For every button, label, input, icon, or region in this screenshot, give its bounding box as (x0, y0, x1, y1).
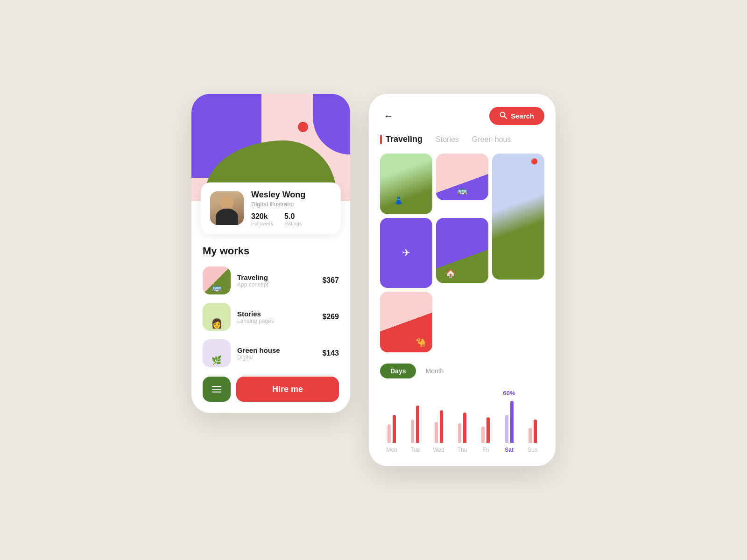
work-name-greenhouse: Green house (237, 346, 316, 354)
work-thumb-stories (203, 303, 231, 331)
chart-tab-days[interactable]: Days (380, 364, 416, 378)
right-header: ← Search (380, 107, 544, 125)
work-type-greenhouse: Digital (237, 354, 316, 361)
hamburger-icon (212, 386, 221, 392)
avatar (210, 191, 244, 225)
avatar-image (210, 191, 244, 225)
art-purple-right (313, 94, 350, 154)
thumb-art-traveling (203, 266, 231, 294)
profile-info: Wesley Wong Digital illustrator 320k Fol… (251, 190, 331, 226)
bar-pair-fri (481, 417, 490, 443)
right-phone: ← Search Traveling Stories Green hous (369, 94, 556, 466)
svg-line-1 (504, 117, 507, 119)
tab-indicator (380, 135, 382, 144)
bar-pair-sat (505, 401, 514, 443)
work-item-greenhouse[interactable]: Green house Digital $143 (203, 339, 339, 367)
bar-purple-light-sat (505, 415, 508, 443)
gallery-item-1[interactable] (380, 154, 432, 214)
followers-label: Followers (251, 221, 273, 226)
chart-tab-month[interactable]: Month (425, 367, 444, 375)
bar-pair-tue (411, 406, 419, 443)
work-item-traveling[interactable]: Traveling App concept $367 (203, 266, 339, 294)
bar-pink-mon (388, 424, 391, 443)
work-thumb-traveling (203, 266, 231, 294)
bar-purple-sat (510, 401, 514, 443)
gallery-item-6[interactable] (380, 292, 432, 352)
thumb-art-greenhouse (203, 339, 231, 367)
gallery-item-5[interactable] (436, 218, 488, 283)
work-price-traveling: $367 (322, 276, 339, 285)
bar-wed: Wed (430, 410, 448, 453)
hire-me-button[interactable]: Hire me (236, 377, 339, 402)
gallery-grid (380, 154, 544, 352)
work-name-traveling: Traveling (237, 273, 316, 281)
menu-button[interactable] (203, 377, 231, 402)
day-label-mon: Mon (386, 447, 397, 453)
bar-thu: Thu (453, 413, 471, 453)
work-price-greenhouse: $143 (322, 349, 339, 357)
bar-tue: Tue (406, 406, 424, 453)
work-info-stories: Stories Landing pages (237, 310, 316, 324)
search-button[interactable]: Search (489, 107, 544, 125)
bar-fri: Fri (477, 417, 494, 453)
bar-red-wed (440, 410, 443, 443)
gallery-item-4[interactable] (380, 218, 432, 288)
bottom-bar: Hire me (203, 377, 339, 402)
bar-red-tue (416, 406, 419, 443)
stat-ratings: 5.0 Ratings (284, 212, 302, 226)
tab-stories[interactable]: Stories (436, 135, 459, 144)
profile-stats: 320k Followers 5.0 Ratings (251, 212, 331, 226)
work-thumb-greenhouse (203, 339, 231, 367)
rating-label: Ratings (284, 221, 302, 226)
left-phone: Wesley Wong Digital illustrator 320k Fol… (191, 94, 350, 413)
my-works-section: My works Traveling App concept $367 Stor (191, 234, 350, 367)
chart-section: Days Month Mon T (380, 364, 544, 453)
work-name-stories: Stories (237, 310, 316, 318)
work-type-traveling: App concept (237, 281, 316, 288)
bar-red-sun (534, 420, 537, 443)
followers-value: 320k (251, 212, 273, 221)
chart-percent: 60% (503, 390, 515, 397)
bar-sat: 60% Sat (500, 401, 518, 453)
bar-pink-fri (481, 427, 485, 443)
back-button[interactable]: ← (380, 108, 397, 125)
bar-red-mon (393, 415, 396, 443)
bar-pink-thu (458, 423, 461, 443)
bar-pink-tue (411, 420, 414, 443)
search-icon (500, 112, 507, 120)
bar-pair-sun (529, 420, 537, 443)
tab-traveling-label: Traveling (386, 134, 423, 144)
stat-followers: 320k Followers (251, 212, 273, 226)
category-tabs: Traveling Stories Green hous (380, 134, 544, 144)
chart-tabs: Days Month (380, 364, 544, 378)
bar-pair-wed (435, 410, 443, 443)
work-info-traveling: Traveling App concept (237, 273, 316, 288)
day-label-sat: Sat (505, 447, 514, 453)
gallery-item-3[interactable] (492, 154, 544, 280)
bar-chart: Mon Tue Wed (380, 388, 544, 453)
search-label: Search (511, 112, 534, 120)
bar-mon: Mon (383, 415, 401, 453)
art-red-dot (298, 122, 308, 132)
bar-sun: Sun (524, 420, 542, 453)
tab-greenhouse[interactable]: Green hous (472, 135, 511, 144)
bar-red-fri (486, 417, 490, 443)
bar-red-thu (463, 413, 466, 443)
thumb-art-stories (203, 303, 231, 331)
works-section-title: My works (203, 245, 339, 257)
profile-card: Wesley Wong Digital illustrator 320k Fol… (201, 182, 341, 234)
day-label-fri: Fri (482, 447, 489, 453)
rating-value: 5.0 (284, 212, 302, 221)
page-wrapper: Wesley Wong Digital illustrator 320k Fol… (173, 75, 574, 485)
tab-traveling[interactable]: Traveling (380, 134, 423, 144)
work-item-stories[interactable]: Stories Landing pages $269 (203, 303, 339, 331)
day-label-wed: Wed (433, 447, 444, 453)
day-label-thu: Thu (458, 447, 467, 453)
day-label-sun: Sun (528, 447, 537, 453)
bar-pair-thu (458, 413, 466, 443)
gallery-item-2[interactable] (436, 154, 488, 200)
day-label-tue: Tue (410, 447, 420, 453)
bar-pair-mon (388, 415, 396, 443)
work-type-stories: Landing pages (237, 318, 316, 324)
bar-pink-wed (435, 422, 438, 443)
